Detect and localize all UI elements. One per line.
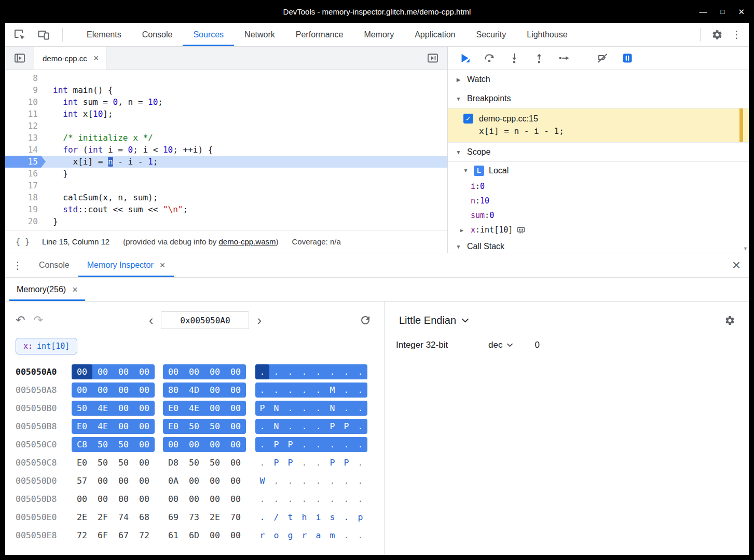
tab-lighthouse[interactable]: Lighthouse <box>516 23 578 46</box>
watch-section-header[interactable]: ▶ Watch <box>448 70 749 89</box>
ascii-char[interactable]: . <box>297 473 311 488</box>
file-tab-demo-cpp[interactable]: demo-cpp.cc × <box>34 47 106 70</box>
scrollbar-down-icon[interactable]: ▼ <box>743 246 748 251</box>
hex-byte[interactable]: 50 <box>113 437 134 452</box>
ascii-char[interactable]: . <box>297 419 311 434</box>
memory-chip-icon[interactable] <box>516 225 526 235</box>
main-menu-kebab-icon[interactable]: ⋮ <box>732 30 742 39</box>
hex-byte[interactable]: 00 <box>113 491 134 507</box>
breakpoint-entry[interactable]: ✓ demo-cpp.cc:15 x[i] = n - i - 1; <box>448 108 749 143</box>
hex-byte[interactable]: 4E <box>92 401 113 416</box>
hex-byte[interactable]: 50 <box>113 455 134 470</box>
hex-byte[interactable]: 00 <box>225 455 246 470</box>
line-number[interactable]: 12 <box>5 120 46 132</box>
line-number[interactable]: 9 <box>5 84 46 96</box>
disclosure-triangle-icon[interactable]: ▼ <box>455 96 462 102</box>
hex-byte[interactable]: 2F <box>92 510 113 525</box>
line-number[interactable]: 11 <box>5 108 46 120</box>
ascii-char[interactable]: . <box>325 364 339 379</box>
ascii-char[interactable]: . <box>353 419 367 434</box>
line-number[interactable]: 8 <box>5 72 46 84</box>
navigator-toggle-icon[interactable] <box>5 47 34 70</box>
resume-icon[interactable] <box>454 50 475 66</box>
ascii-char[interactable]: / <box>269 510 283 525</box>
hex-byte[interactable]: 50 <box>92 455 113 470</box>
debug-info-link[interactable]: demo-cpp.wasm <box>218 237 276 246</box>
scope-variable-sum[interactable]: sum: 0 <box>448 208 749 223</box>
history-forward-icon[interactable]: ↷ <box>33 315 43 326</box>
ascii-char[interactable]: . <box>311 437 325 452</box>
line-number[interactable]: 16 <box>5 168 46 180</box>
hex-byte[interactable]: 72 <box>72 528 92 543</box>
hex-byte[interactable]: 00 <box>225 419 246 434</box>
hex-byte[interactable]: 00 <box>225 473 246 488</box>
line-number[interactable]: 19 <box>5 203 46 215</box>
ascii-char[interactable]: h <box>297 510 311 525</box>
hex-byte[interactable]: D8 <box>163 455 184 470</box>
hex-byte[interactable]: 00 <box>225 383 246 398</box>
hex-byte[interactable]: 00 <box>72 383 92 398</box>
ascii-char[interactable]: . <box>297 491 311 507</box>
ascii-char[interactable]: . <box>283 383 297 398</box>
maximize-button[interactable]: □ <box>721 8 725 15</box>
ascii-char[interactable]: . <box>353 401 367 416</box>
ascii-char[interactable]: . <box>325 437 339 452</box>
hex-byte[interactable]: 00 <box>92 364 113 379</box>
hex-byte[interactable]: 50 <box>204 455 225 470</box>
ascii-char[interactable]: . <box>339 528 353 543</box>
ascii-char[interactable]: N <box>269 401 283 416</box>
ascii-char[interactable]: . <box>283 364 297 379</box>
step-icon[interactable] <box>554 50 574 66</box>
hex-byte[interactable]: 73 <box>184 510 204 525</box>
hex-byte[interactable]: 70 <box>225 510 246 525</box>
ascii-char[interactable]: r <box>255 528 269 543</box>
ascii-char[interactable]: . <box>269 473 283 488</box>
variable-chip-x[interactable]: x: int[10] <box>16 338 77 354</box>
line-number[interactable]: 10 <box>5 96 46 108</box>
hex-byte[interactable]: 72 <box>134 528 155 543</box>
disclosure-triangle-icon[interactable]: ▼ <box>462 168 469 173</box>
tab-memory-inspector[interactable]: Memory Inspector × <box>78 253 174 277</box>
hex-byte[interactable]: 00 <box>92 491 113 507</box>
hex-byte[interactable]: 00 <box>204 491 225 507</box>
refresh-icon[interactable] <box>359 314 372 326</box>
hex-byte[interactable]: 00 <box>113 473 134 488</box>
hex-byte[interactable]: 69 <box>163 510 184 525</box>
hex-byte[interactable]: 00 <box>134 437 155 452</box>
hex-byte[interactable]: 00 <box>204 383 225 398</box>
tab-memory-256[interactable]: Memory(256) × <box>9 278 85 301</box>
ascii-char[interactable]: . <box>353 383 367 398</box>
hex-byte[interactable]: 00 <box>204 401 225 416</box>
ascii-char[interactable]: . <box>353 528 367 543</box>
hex-byte[interactable]: 4E <box>184 401 204 416</box>
step-over-icon[interactable] <box>479 50 500 66</box>
breakpoints-section-header[interactable]: ▼ Breakpoints <box>448 89 749 108</box>
ascii-char[interactable]: W <box>255 473 269 488</box>
breakpoint-checkbox[interactable]: ✓ <box>463 114 473 124</box>
ascii-char[interactable]: P <box>269 437 283 452</box>
ascii-char[interactable]: P <box>339 419 353 434</box>
hex-byte[interactable]: 00 <box>163 491 184 507</box>
tab-performance[interactable]: Performance <box>285 23 354 46</box>
device-toolbar-icon[interactable] <box>36 28 51 42</box>
call-stack-section-header[interactable]: ▼ Call Stack <box>448 237 749 253</box>
tab-security[interactable]: Security <box>465 23 516 46</box>
hex-byte[interactable]: E0 <box>72 455 92 470</box>
hex-byte[interactable]: 00 <box>204 473 225 488</box>
ascii-char[interactable]: . <box>255 455 269 470</box>
ascii-char[interactable]: i <box>311 510 325 525</box>
ascii-char[interactable]: . <box>283 491 297 507</box>
hex-byte[interactable]: 50 <box>204 419 225 434</box>
disclosure-triangle-icon[interactable]: ▼ <box>455 244 462 250</box>
ascii-char[interactable]: . <box>339 491 353 507</box>
ascii-char[interactable]: . <box>339 383 353 398</box>
ascii-char[interactable]: . <box>311 491 325 507</box>
ascii-char[interactable]: . <box>283 401 297 416</box>
drawer-kebab-icon[interactable]: ⋮ <box>5 253 30 277</box>
ascii-char[interactable]: . <box>353 455 367 470</box>
hex-byte[interactable]: 50 <box>184 419 204 434</box>
hex-byte[interactable]: 61 <box>163 528 184 543</box>
line-number[interactable]: 13 <box>5 132 46 144</box>
ascii-char[interactable]: p <box>353 510 367 525</box>
hex-byte[interactable]: 00 <box>225 437 246 452</box>
